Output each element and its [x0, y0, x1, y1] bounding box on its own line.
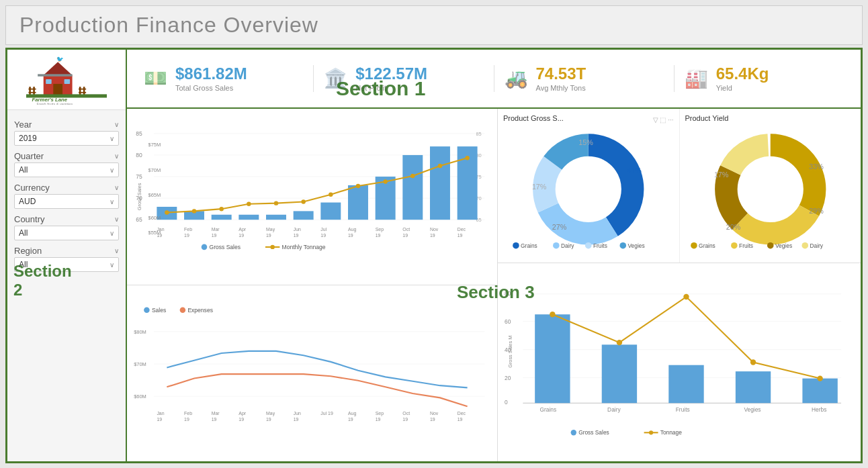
svg-point-176 [617, 340, 622, 345]
quarter-chevron: ∨ [114, 152, 119, 160]
svg-text:$80M: $80M [134, 329, 146, 335]
svg-text:Feb: Feb [184, 411, 192, 416]
svg-text:20: 20 [505, 375, 511, 381]
quarter-label: Quarter ∨ [14, 151, 119, 161]
svg-text:19: 19 [376, 233, 381, 238]
svg-point-52 [329, 193, 333, 197]
svg-rect-170 [535, 314, 570, 403]
svg-text:Jun: Jun [294, 411, 301, 416]
svg-rect-39 [294, 211, 314, 220]
svg-text:Vegies: Vegies [744, 406, 761, 413]
svg-text:Expenses: Expenses [187, 307, 213, 314]
year-label: Year ∨ [14, 120, 119, 130]
svg-text:Dec: Dec [458, 411, 466, 416]
svg-text:19: 19 [348, 417, 353, 422]
kpi-card-yield: 🏭 65.4Kg Yield [675, 65, 854, 92]
kpi-sales-value: $861.82M [175, 65, 247, 83]
svg-point-140 [619, 242, 626, 249]
content-area: Section 1 💵 $861.82M Total Gross Sales 🏛… [127, 50, 861, 461]
country-label: Country ∨ [14, 214, 119, 224]
svg-rect-8 [28, 89, 36, 90]
svg-rect-10 [79, 87, 81, 95]
kpi-yield-label: Yield [716, 84, 769, 92]
svg-text:Gross Sales: Gross Sales [209, 244, 241, 250]
svg-text:75: 75 [136, 173, 142, 180]
svg-text:$60M: $60M [148, 215, 161, 221]
svg-point-185 [571, 430, 576, 435]
svg-rect-12 [79, 89, 86, 90]
product-category-chart: 80 60 40 20 0 Gross Sales M [503, 269, 855, 456]
svg-point-50 [274, 201, 278, 205]
svg-text:19: 19 [212, 417, 217, 422]
svg-text:$65M: $65M [148, 192, 161, 198]
svg-text:19: 19 [157, 417, 162, 422]
svg-text:Herbs: Herbs [812, 406, 826, 413]
svg-rect-173 [736, 371, 771, 403]
svg-text:May: May [266, 411, 275, 416]
svg-text:Gross Sales: Gross Sales [578, 429, 609, 436]
svg-rect-44 [430, 146, 450, 220]
svg-point-153 [731, 242, 738, 249]
currency-dropdown-chevron: ∨ [110, 198, 114, 205]
main-container: 🐦 Farmer's Lane Fresh fruits & veggies S… [5, 48, 863, 463]
region-chevron: ∨ [114, 247, 119, 254]
quarter-dropdown[interactable]: All ∨ [14, 162, 119, 177]
currency-dropdown[interactable]: AUD ∨ [14, 194, 119, 209]
svg-point-138 [585, 242, 592, 249]
svg-point-151 [691, 242, 697, 249]
svg-text:19: 19 [184, 233, 189, 238]
svg-point-155 [767, 242, 773, 249]
region-label: Region ∨ [14, 246, 119, 256]
svg-point-56 [438, 164, 442, 168]
product-category-chart-panel: Section 3 80 60 40 20 0 Gross Sales M [498, 263, 861, 461]
svg-text:0: 0 [505, 399, 508, 406]
svg-text:Grains: Grains [521, 242, 537, 249]
svg-text:Oct: Oct [402, 227, 410, 232]
svg-point-55 [410, 174, 415, 178]
year-dropdown-chevron: ∨ [110, 135, 114, 142]
kpi-yield-value: 65.4Kg [716, 65, 769, 83]
logo-area: 🐦 Farmer's Lane Fresh fruits & veggies [7, 50, 126, 110]
svg-point-57 [465, 156, 469, 160]
svg-text:Gross Sales M: Gross Sales M [507, 336, 513, 368]
svg-point-157 [801, 242, 808, 249]
svg-point-47 [192, 209, 196, 213]
svg-text:27%: 27% [552, 223, 567, 231]
svg-text:Fruits: Fruits [676, 406, 690, 413]
svg-text:80: 80 [136, 152, 142, 158]
kpi-tons-value: 74.53T [536, 65, 587, 83]
svg-text:Nov: Nov [430, 411, 439, 416]
svg-point-177 [683, 294, 689, 299]
svg-rect-40 [320, 203, 341, 220]
svg-text:Vegies: Vegies [627, 242, 644, 249]
svg-text:$70M: $70M [134, 361, 146, 367]
svg-point-178 [750, 359, 756, 365]
year-dropdown[interactable]: 2019 ∨ [14, 131, 119, 146]
svg-point-175 [550, 312, 555, 317]
svg-text:65: 65 [136, 216, 142, 223]
svg-text:19: 19 [348, 233, 353, 238]
sidebar: 🐦 Farmer's Lane Fresh fruits & veggies S… [7, 50, 127, 461]
svg-rect-172 [668, 365, 703, 404]
svg-text:May: May [266, 227, 275, 232]
country-dropdown[interactable]: All ∨ [14, 226, 119, 240]
svg-rect-13 [79, 92, 86, 93]
svg-text:19: 19 [402, 233, 408, 238]
svg-rect-2 [53, 84, 62, 95]
year-chevron: ∨ [114, 121, 119, 128]
charts-area: 85 80 75 70 65 Gross Sales [127, 109, 861, 461]
svg-text:Jun: Jun [294, 227, 301, 232]
svg-text:Sales: Sales [152, 307, 166, 314]
sales-expenses-chart-panel: Sales Expenses $80M $70M $60M [127, 285, 497, 461]
svg-text:29%: 29% [809, 207, 824, 215]
svg-text:Grains: Grains [699, 242, 715, 249]
kpi-row: Section 1 💵 $861.82M Total Gross Sales 🏛… [127, 50, 861, 109]
donut-controls[interactable]: ▽ ⬚ ··· [653, 116, 674, 124]
svg-rect-11 [83, 87, 85, 95]
logo-icon: 🐦 Farmer's Lane Fresh fruits & veggies [26, 54, 107, 105]
svg-text:19: 19 [266, 233, 271, 238]
svg-text:85: 85 [476, 131, 481, 137]
kpi-card-tons: 🚜 74.53T Avg Mthly Tons [494, 65, 675, 92]
outer-wrapper: Production Finance Overview [0, 0, 868, 468]
svg-text:Vegies: Vegies [775, 242, 791, 249]
